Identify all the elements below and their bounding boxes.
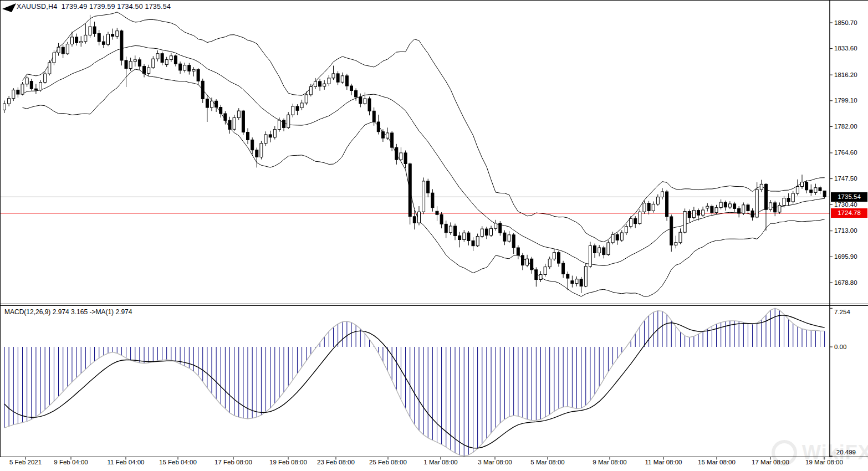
- cursor-arrow-icon: [1, 2, 18, 14]
- symbol-period-label: XAUUSD,H4: [17, 3, 57, 11]
- price-grid-label: 1764.60: [834, 148, 857, 157]
- time-axis-label: 1 Mar 08:00: [423, 459, 457, 465]
- chart-title: XAUUSD,H4 1739.49 1739.59 1734.50 1735.5…: [17, 3, 171, 11]
- time-axis-label: 15 Mar 08:00: [698, 459, 736, 465]
- time-axis-label: 5 Mar 08:00: [530, 459, 564, 465]
- time-axis-label: 23 Feb 08:00: [317, 459, 355, 465]
- time-axis-label: 5 Feb 2021: [9, 459, 42, 465]
- time-axis-label: 25 Feb 08:00: [369, 459, 407, 465]
- time-axis-label: 19 Mar 08:00: [805, 459, 843, 465]
- price-grid-label: 1850.70: [834, 18, 857, 28]
- time-axis-label: 11 Mar 08:00: [645, 459, 682, 465]
- price-macd-plot[interactable]: [0, 0, 868, 471]
- price-grid-label: 1747.50: [834, 174, 857, 183]
- time-axis-label: 17 Mar 08:00: [752, 459, 789, 465]
- time-axis-label: 9 Mar 08:00: [593, 459, 626, 465]
- macd-axis-label: 7.254: [834, 308, 850, 317]
- price-grid-label: 1816.20: [834, 70, 857, 80]
- ohlc-values: 1739.49 1739.59 1734.50 1735.54: [62, 3, 171, 11]
- macd-axis-label: -20.499: [834, 448, 856, 457]
- price-grid-label: 1799.10: [834, 96, 857, 105]
- macd-indicator-label: MACD(12,26,9) 2.974 3.165 ->MA(1) 2.974: [4, 308, 132, 316]
- price-grid-label: 1695.90: [834, 252, 857, 262]
- price-grid-label: 1678.80: [834, 278, 857, 288]
- time-axis-label: 15 Feb 04:00: [159, 459, 197, 465]
- time-axis-label: 17 Feb 08:00: [215, 459, 252, 465]
- price-grid-label: 1713.00: [834, 226, 857, 235]
- chart-window: WikiFX XAUUSD,H4 1739.49 1739.59 1734.50…: [0, 0, 868, 471]
- macd-axis-label: 0.00: [834, 342, 846, 352]
- current-price-badge: 1735.54: [831, 192, 867, 202]
- price-grid-label: 1782.00: [834, 122, 857, 131]
- time-axis-label: 9 Feb 04:00: [54, 459, 88, 465]
- alert-price-badge: 1724.78: [831, 208, 867, 218]
- time-axis-label: 11 Feb 04:00: [108, 459, 145, 465]
- price-grid-label: 1833.60: [834, 44, 857, 53]
- time-axis-label: 19 Feb 08:00: [269, 459, 307, 465]
- time-axis-label: 3 Mar 08:00: [478, 459, 512, 465]
